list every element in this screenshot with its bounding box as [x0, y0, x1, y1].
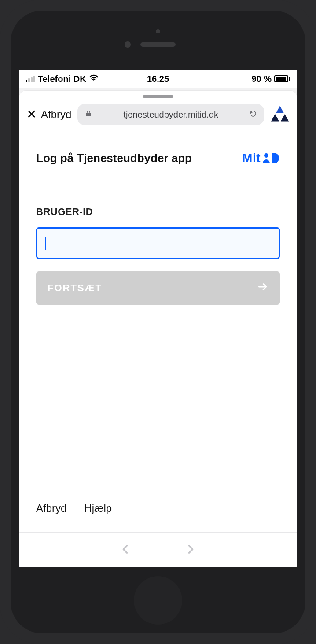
nav-back-button[interactable] [119, 543, 132, 557]
browser-toolbar: ✕ Afbryd tjenesteudbyder.mitid.dk [19, 100, 297, 133]
svg-marker-2 [271, 114, 279, 122]
login-form: Log på Tjenesteudbyder app Mit [19, 133, 297, 532]
mitid-text: Mit [242, 151, 261, 165]
svg-point-4 [264, 153, 268, 158]
arrow-right-icon [257, 281, 268, 295]
status-bar: Telefoni DK 16.25 90 % [19, 70, 297, 88]
home-button[interactable] [134, 576, 182, 625]
cancel-button-top[interactable]: Afbryd [41, 108, 71, 121]
continue-button[interactable]: FORTSÆT [36, 271, 280, 305]
footer-help-link[interactable]: Hjælp [84, 502, 112, 514]
signal-icon [26, 76, 35, 82]
screen: Telefoni DK 16.25 90 % [19, 70, 297, 567]
page-title: Log på Tjenesteudbyder app [36, 152, 192, 165]
close-icon[interactable]: ✕ [26, 108, 37, 121]
address-bar[interactable]: tjenesteudbyder.mitid.dk [77, 104, 264, 125]
sensor-dot [156, 29, 160, 33]
front-camera [125, 41, 131, 48]
clock: 16.25 [114, 74, 202, 84]
footer-cancel-link[interactable]: Afbryd [36, 502, 66, 514]
lock-icon [85, 110, 92, 120]
mitid-logo: Mit [242, 151, 280, 165]
footer-links: Afbryd Hjælp [36, 489, 280, 532]
mitid-icon [262, 152, 280, 164]
device-frame: Telefoni DK 16.25 90 % [0, 0, 316, 644]
sheet-grabber[interactable] [143, 95, 173, 98]
carrier-label: Telefoni DK [38, 74, 86, 84]
wifi-icon [89, 73, 99, 85]
device-bezel: Telefoni DK 16.25 90 % [11, 11, 305, 633]
speaker-grille [140, 42, 176, 47]
text-cursor [45, 237, 46, 250]
user-id-label: BRUGER-ID [36, 206, 280, 218]
browser-nav-bar [19, 532, 297, 567]
svg-marker-3 [281, 114, 289, 122]
user-id-input[interactable] [36, 227, 280, 259]
continue-label: FORTSÆT [48, 282, 102, 294]
nav-forward-button[interactable] [184, 543, 197, 557]
provider-logo [270, 105, 290, 124]
svg-point-0 [93, 80, 94, 81]
browser-sheet: ✕ Afbryd tjenesteudbyder.mitid.dk [19, 91, 297, 567]
reload-icon[interactable] [249, 110, 257, 120]
svg-marker-1 [276, 106, 284, 114]
url-text: tjenesteudbyder.mitid.dk [97, 110, 245, 120]
battery-percent: 90 % [251, 74, 272, 84]
battery-icon [274, 75, 290, 82]
